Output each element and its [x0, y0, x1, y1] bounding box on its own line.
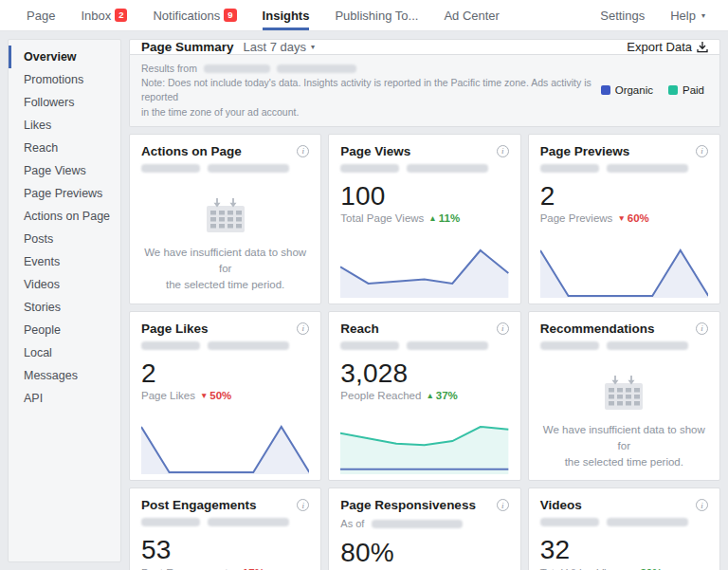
metric-delta: ▲37%	[426, 390, 457, 401]
top-nav-inbox[interactable]: Inbox2	[81, 0, 127, 30]
nav-label: Page	[27, 9, 55, 23]
nav-label: Inbox	[81, 9, 111, 23]
sidebar-item-actions-on-page[interactable]: Actions on Page	[9, 205, 120, 228]
card-title: Page Responsiveness	[340, 498, 476, 512]
card-title: Post Engagements	[141, 498, 257, 512]
export-data-button[interactable]: Export Data	[627, 40, 708, 54]
insights-page: PageInbox2Notifications9InsightsPublishi…	[0, 0, 728, 570]
top-nav-settings[interactable]: Settings	[600, 0, 645, 30]
metric-value: 80%	[340, 539, 508, 566]
card-title: Page Likes	[141, 322, 209, 336]
card-title: Page Views	[340, 144, 410, 158]
card-recommendations[interactable]: RecommendationsiWe have insufficient dat…	[528, 311, 720, 482]
metric-label: Page Previews	[540, 212, 613, 224]
insufficient-data-message: We have insufficient data to show forthe…	[141, 188, 309, 294]
info-icon[interactable]: i	[297, 145, 309, 157]
top-nav-ad-center[interactable]: Ad Center	[444, 0, 500, 30]
redacted-date	[340, 164, 399, 173]
card-page-responsiveness[interactable]: Page ResponsivenessiAs of80%Response Rat…	[328, 487, 520, 570]
info-icon[interactable]: i	[497, 322, 509, 335]
sidebar-item-promotions[interactable]: Promotions	[9, 68, 120, 91]
info-icon[interactable]: i	[696, 145, 708, 157]
redacted-date	[208, 518, 289, 526]
redacted-date	[208, 164, 289, 173]
redacted-date	[277, 64, 356, 73]
card-actions-on-page[interactable]: Actions on PageiWe have insufficient dat…	[129, 134, 321, 304]
export-data-label: Export Data	[627, 40, 692, 54]
legend-label: Organic	[615, 84, 653, 96]
card-page-views[interactable]: Page Viewsi100Total Page Views▲11%	[328, 134, 520, 304]
metric-label-row: Total Page Views▲11%	[340, 212, 508, 224]
sidebar-item-local[interactable]: Local	[9, 341, 120, 364]
as-of-label: As of	[340, 518, 364, 529]
info-icon[interactable]: i	[696, 499, 708, 511]
metric-delta: ▼50%	[200, 390, 231, 401]
card-header: Page Likesi	[141, 322, 309, 336]
card-page-previews[interactable]: Page Previewsi2Page Previews▼60%	[528, 134, 720, 304]
sidebar-item-page-views[interactable]: Page Views	[9, 159, 120, 182]
sidebar-item-reach[interactable]: Reach	[9, 137, 120, 159]
info-icon[interactable]: i	[297, 322, 309, 335]
info-icon[interactable]: i	[696, 322, 708, 335]
sidebar-item-api[interactable]: API	[9, 387, 120, 410]
legend-swatch-paid	[668, 85, 678, 95]
sidebar-item-likes[interactable]: Likes	[9, 114, 120, 137]
top-nav-insights[interactable]: Insights	[263, 0, 310, 30]
info-icon[interactable]: i	[497, 145, 509, 157]
chevron-down-icon: ▾	[311, 43, 315, 51]
redacted-date	[208, 341, 289, 350]
card-subtitle	[141, 518, 309, 526]
card-videos[interactable]: Videosi32Total Video Views▲39%	[528, 487, 720, 570]
sidebar-item-overview[interactable]: Overview	[9, 46, 120, 68]
sidebar-item-events[interactable]: Events	[9, 250, 120, 273]
arrow-up-icon: ▲	[426, 391, 433, 400]
metric-delta: ▲11%	[428, 212, 460, 224]
calendar-icon	[604, 375, 644, 411]
legend: OrganicPaid	[601, 84, 708, 96]
redacted-date	[607, 341, 688, 350]
sidebar-item-followers[interactable]: Followers	[9, 91, 120, 114]
card-header: Page Viewsi	[340, 144, 508, 158]
calendar-icon	[206, 197, 246, 233]
card-page-likes[interactable]: Page Likesi2Page Likes▼50%	[129, 311, 321, 482]
nav-label: Notifications	[153, 9, 220, 23]
delta-value: 37%	[436, 390, 458, 401]
top-nav-right: SettingsHelp▾	[600, 0, 705, 30]
legend-swatch-organic	[601, 85, 610, 95]
top-nav-notifications[interactable]: Notifications9	[153, 0, 236, 30]
metric-label-row: Page Previews▼60%	[540, 212, 708, 224]
top-nav-publishing-to[interactable]: Publishing To...	[335, 0, 418, 30]
sidebar-item-posts[interactable]: Posts	[9, 228, 120, 250]
card-subtitle	[540, 164, 708, 173]
summary-note: Results from Note: Does not include toda…	[129, 55, 720, 127]
date-range-label: Last 7 days	[244, 40, 307, 54]
card-reach[interactable]: Reachi3,028People Reached▲37%	[328, 311, 520, 482]
arrow-down-icon: ▼	[617, 213, 625, 223]
top-nav-help[interactable]: Help▾	[670, 0, 705, 30]
legend-paid: Paid	[668, 84, 704, 96]
sidebar-item-page-previews[interactable]: Page Previews	[9, 182, 120, 205]
metric-label-row: People Reached▲37%	[340, 390, 508, 401]
metric-delta: ▼60%	[617, 212, 648, 224]
card-post-engagements[interactable]: Post Engagementsi53Post Engagement▼17%	[129, 487, 321, 570]
nav-label: Insights	[263, 9, 310, 23]
sidebar-item-messages[interactable]: Messages	[9, 364, 120, 387]
card-header: Page Previewsi	[540, 144, 708, 158]
card-title: Actions on Page	[141, 144, 242, 158]
trend-chart	[540, 248, 708, 298]
card-header: Videosi	[540, 498, 708, 512]
download-icon	[697, 41, 708, 53]
info-icon[interactable]: i	[497, 499, 509, 511]
message-line: the selected time period.	[166, 277, 284, 293]
nav-label: Ad Center	[444, 9, 500, 23]
info-icon[interactable]: i	[297, 499, 309, 511]
sidebar-item-stories[interactable]: Stories	[9, 296, 120, 319]
sidebar-item-videos[interactable]: Videos	[9, 273, 120, 296]
top-nav-items: PageInbox2Notifications9InsightsPublishi…	[27, 0, 500, 30]
sidebar-item-people[interactable]: People	[9, 319, 120, 341]
date-range-selector[interactable]: Last 7 days ▾	[244, 40, 316, 54]
sidebar: OverviewPromotionsFollowersLikesReachPag…	[8, 39, 121, 562]
redacted-date	[407, 164, 488, 173]
top-nav-page[interactable]: Page	[27, 0, 55, 30]
card-header: Recommendationsi	[540, 322, 708, 336]
